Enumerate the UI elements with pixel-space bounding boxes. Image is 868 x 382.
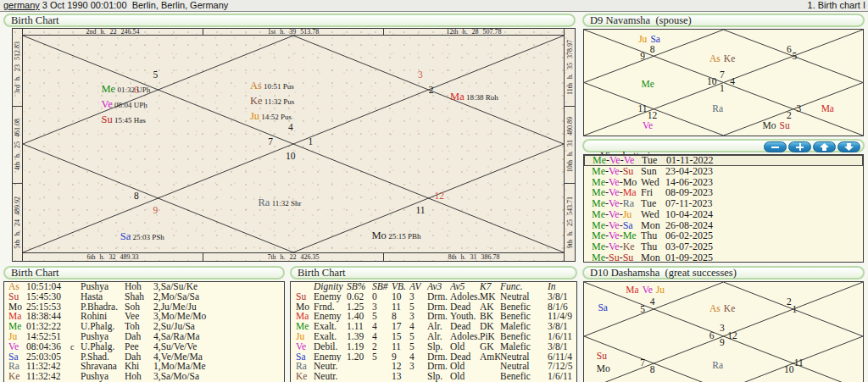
house-10-sign-number: 4 bbox=[730, 76, 735, 86]
table-cell: 11/4/9 bbox=[548, 312, 576, 322]
vimshottari-buttons bbox=[764, 141, 860, 152]
table-cell: 9 bbox=[392, 352, 409, 363]
planet-label-Me: Me bbox=[641, 79, 654, 89]
table-cell: 11 bbox=[392, 342, 409, 352]
planet-code: Mo bbox=[4, 302, 26, 313]
planet-label-Ra: Ra bbox=[259, 197, 270, 208]
table-cell: Adoles. bbox=[450, 332, 480, 342]
house-12-sign-number: 6 bbox=[787, 44, 792, 54]
planet-label-As: As bbox=[709, 53, 721, 64]
table-cell: 2 bbox=[372, 342, 392, 352]
column-header bbox=[291, 282, 314, 292]
table-cell: 4 bbox=[409, 352, 427, 363]
dasha-row[interactable]: Me-Su-SuMon01-09-2025 bbox=[584, 252, 863, 263]
house-1-sign-number: 3 bbox=[720, 323, 725, 333]
column-header: K7 bbox=[480, 282, 500, 292]
table-cell: Youth. bbox=[450, 312, 480, 322]
scroll-down-button[interactable] bbox=[837, 141, 860, 152]
table-row: MaEnemy1.40583Drm.Youth.BKBenefic11/4/9 bbox=[291, 312, 576, 322]
house-7-sign-number: 1 bbox=[720, 83, 725, 93]
table-cell: 5 bbox=[372, 352, 392, 363]
d9-chart-diagram: 7As Ke8Ju Sa910Me1112Ve1Ra2Mo Su3Ma456 bbox=[583, 29, 864, 136]
house-6-planets: Ve bbox=[643, 119, 653, 131]
planet-label-As: As bbox=[250, 80, 262, 91]
table-cell: Dead bbox=[450, 352, 480, 363]
house-5-sign-number: 11 bbox=[638, 103, 648, 113]
table-cell: 01:32:22 bbox=[26, 322, 70, 332]
table-cell: Neutral bbox=[500, 362, 548, 372]
house-4-planets: Me bbox=[641, 77, 654, 90]
table-cell bbox=[70, 362, 81, 372]
table-cell: 3,Sa/Mo/Sa bbox=[153, 372, 284, 382]
table-row: Ra11:32:42ShravanaKhi1,Mo/Ma/Me bbox=[4, 362, 284, 372]
house-cusp-text: 2nd h. 22 246.54 bbox=[86, 29, 140, 35]
table-cell: 1/6/11 bbox=[548, 372, 576, 382]
table-cell: Old bbox=[450, 362, 480, 372]
planet-degree-nakshatra: 15:45 Has bbox=[113, 116, 146, 125]
house-7-planets: Ra 11:32 Shr bbox=[259, 195, 302, 210]
house-8-sign-number: 10 bbox=[784, 364, 794, 374]
table-cell: Dah bbox=[125, 332, 153, 342]
table-cell: Debil. bbox=[314, 342, 347, 352]
planet-label-Sa: Sa bbox=[598, 302, 608, 313]
table-row: Sa25:03:05P.Shad.Dah4,Ve/Me/Ma bbox=[4, 352, 284, 363]
scroll-up-button[interactable] bbox=[813, 141, 836, 152]
column-header: VB. bbox=[392, 282, 409, 292]
table-row: Me01:32:22U.Phalg.Toh2,Su/Ju/Sa bbox=[4, 322, 284, 332]
table-cell: AmK bbox=[480, 352, 500, 363]
table-cell: Drm. bbox=[427, 312, 450, 322]
house-strip-bottom: 6th h. 32 489.337th h. 22 426.358th h. 3… bbox=[23, 252, 564, 261]
planet-label-Ma: Ma bbox=[821, 103, 834, 113]
table-cell: 2,Ju/Me/Ju bbox=[153, 302, 284, 313]
table-cell bbox=[480, 372, 500, 382]
house-cusp-label-top-3: 12th h. 28 507.78 bbox=[383, 29, 564, 35]
planet-label-Ju: Ju bbox=[656, 285, 665, 295]
table-row: Su15:45:30HastaShah2,Mo/Sa/Sa bbox=[4, 292, 284, 302]
column-header: SB# bbox=[372, 282, 392, 292]
table-cell: Drm. bbox=[427, 352, 450, 363]
table-cell: BK bbox=[480, 312, 500, 322]
house-6-planets: Sa 25:03 PSh bbox=[120, 229, 164, 244]
table-cell bbox=[480, 362, 500, 372]
table-cell: 1/6/11 bbox=[548, 332, 576, 342]
plus-button[interactable] bbox=[788, 141, 811, 152]
house-7-sign-number: 9 bbox=[720, 337, 725, 347]
house-4-sign-number: 7 bbox=[268, 136, 273, 147]
table-cell: GK bbox=[480, 342, 500, 352]
table-cell: 08:04:36 bbox=[26, 342, 70, 352]
house-cusp-text: 9th h. 25 543.71 bbox=[566, 197, 574, 248]
table-cell: 4 bbox=[372, 332, 392, 342]
planet-position-table: As10:51:04PushyaHoh3,Sa/Su/KeSu15:45:30H… bbox=[4, 282, 284, 382]
column-header: Dignity bbox=[314, 282, 347, 292]
table-cell: Hoh bbox=[125, 372, 153, 382]
table-cell: 11:32:42 bbox=[26, 372, 70, 382]
planet-code: Ma bbox=[4, 312, 26, 322]
table-cell: Hoh bbox=[125, 282, 153, 292]
table-cell bbox=[70, 372, 81, 382]
house-cusp-label-left-3: 5th h. 24 489.92 bbox=[13, 183, 22, 261]
house-10-sign-number: 1 bbox=[309, 136, 314, 147]
plus-icon bbox=[796, 143, 804, 151]
house-cusp-label-left-2: 4th h. 25 461.08 bbox=[13, 106, 22, 184]
house-2-sign-number: 8 bbox=[650, 44, 655, 54]
planet-code: Ju bbox=[4, 332, 26, 342]
table-cell: Benefic bbox=[500, 302, 548, 313]
house-3-sign-number: 5 bbox=[640, 304, 645, 314]
house-12-sign-number: 3 bbox=[418, 69, 423, 80]
planet-label-Ke: Ke bbox=[724, 53, 735, 64]
planet-code: Su bbox=[291, 292, 314, 302]
house-10-sign-number: 12 bbox=[727, 330, 737, 340]
table-cell: 3 bbox=[372, 302, 392, 313]
table-cell: Soh bbox=[125, 302, 153, 313]
table-cell: Khi bbox=[125, 362, 153, 372]
table-cell: 6/11/4 bbox=[548, 352, 576, 363]
minus-button[interactable] bbox=[764, 141, 787, 152]
house-cusp-label-left-1: 3rd h. 23 512.83 bbox=[13, 29, 22, 106]
house-11-sign-number: 1 bbox=[793, 304, 798, 314]
table-cell: Slp. bbox=[427, 342, 450, 352]
planet-label-Ve: Ve bbox=[643, 120, 653, 130]
planet-degree-nakshatra: 18:38 Roh bbox=[465, 93, 498, 102]
profile-name-link[interactable]: germany bbox=[3, 0, 40, 10]
table-cell bbox=[70, 282, 81, 292]
house-9-sign-number: 3 bbox=[796, 103, 801, 113]
